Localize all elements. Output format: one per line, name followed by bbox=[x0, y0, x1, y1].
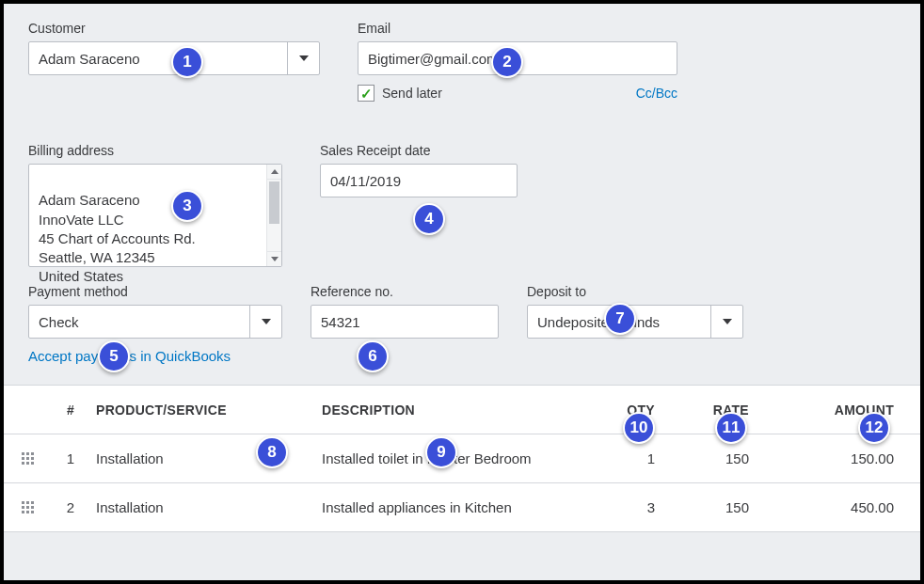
billing-address-textarea[interactable]: Adam Saraceno InnoVate LLC 45 Chart of A… bbox=[28, 164, 282, 267]
cell-description[interactable]: Installed appliances in Kitchen bbox=[316, 499, 580, 515]
cell-product[interactable]: Installation bbox=[90, 499, 316, 515]
cell-qty[interactable]: 1 bbox=[580, 450, 664, 466]
send-later-label: Send later bbox=[382, 86, 442, 101]
receipt-date-label: Sales Receipt date bbox=[320, 143, 518, 158]
reference-no-input[interactable]: 54321 bbox=[311, 305, 499, 339]
col-header-num: # bbox=[51, 402, 90, 418]
cell-product[interactable]: Installation bbox=[90, 450, 316, 466]
col-header-qty: QTY bbox=[580, 402, 664, 418]
billing-address-value: Adam Saraceno InnoVate LLC 45 Chart of A… bbox=[39, 192, 196, 284]
cell-amount[interactable]: 450.00 bbox=[758, 499, 920, 515]
scroll-thumb[interactable] bbox=[269, 182, 279, 224]
email-input[interactable]: Bigtimer@gmail.com bbox=[358, 41, 677, 75]
cell-rate[interactable]: 150 bbox=[664, 499, 758, 515]
sales-receipt-form: Customer Adam Saraceno Email Bigtimer@gm… bbox=[0, 0, 924, 584]
chevron-down-icon[interactable] bbox=[249, 306, 281, 338]
cell-num: 1 bbox=[51, 450, 90, 466]
table-header-row: # PRODUCT/SERVICE DESCRIPTION QTY RATE A… bbox=[4, 386, 920, 434]
chevron-down-icon[interactable] bbox=[287, 42, 319, 74]
cell-amount[interactable]: 150.00 bbox=[758, 450, 920, 466]
cell-qty[interactable]: 3 bbox=[580, 499, 664, 515]
payment-method-select[interactable]: Check bbox=[28, 305, 282, 339]
customer-select[interactable]: Adam Saraceno bbox=[28, 41, 320, 75]
table-row[interactable]: 2 Installation Installed appliances in K… bbox=[4, 483, 920, 532]
scroll-up-icon[interactable] bbox=[267, 165, 281, 180]
col-header-product: PRODUCT/SERVICE bbox=[90, 402, 316, 418]
line-items-table: # PRODUCT/SERVICE DESCRIPTION QTY RATE A… bbox=[4, 385, 920, 532]
drag-handle-icon[interactable] bbox=[22, 501, 34, 513]
chevron-down-icon[interactable] bbox=[710, 306, 742, 338]
scroll-down-icon[interactable] bbox=[267, 251, 281, 266]
cell-num: 2 bbox=[51, 499, 90, 515]
email-label: Email bbox=[358, 21, 677, 36]
col-header-amount: AMOUNT bbox=[758, 402, 920, 418]
accept-payments-link[interactable]: Accept payments in QuickBooks bbox=[28, 348, 282, 364]
deposit-to-value: Undeposited Funds bbox=[528, 306, 710, 338]
reference-no-label: Reference no. bbox=[311, 284, 499, 299]
cell-description[interactable]: Installed toilet in Master Bedroom bbox=[316, 450, 580, 466]
check-icon: ✓ bbox=[360, 87, 373, 101]
cell-rate[interactable]: 150 bbox=[664, 450, 758, 466]
col-header-description: DESCRIPTION bbox=[316, 402, 580, 418]
customer-value: Adam Saraceno bbox=[29, 42, 287, 74]
scrollbar[interactable] bbox=[266, 165, 281, 266]
table-row[interactable]: 1 Installation Installed toilet in Maste… bbox=[4, 434, 920, 483]
deposit-to-select[interactable]: Undeposited Funds bbox=[527, 305, 743, 339]
deposit-to-label: Deposit to bbox=[527, 284, 743, 299]
payment-method-value: Check bbox=[29, 306, 249, 338]
cc-bcc-link[interactable]: Cc/Bcc bbox=[636, 86, 677, 101]
customer-label: Customer bbox=[28, 21, 320, 36]
receipt-date-input[interactable]: 04/11/2019 bbox=[320, 164, 518, 197]
send-later-checkbox[interactable]: ✓ bbox=[358, 85, 374, 102]
billing-address-label: Billing address bbox=[28, 143, 282, 158]
col-header-rate: RATE bbox=[664, 402, 758, 418]
drag-handle-icon[interactable] bbox=[22, 452, 34, 465]
